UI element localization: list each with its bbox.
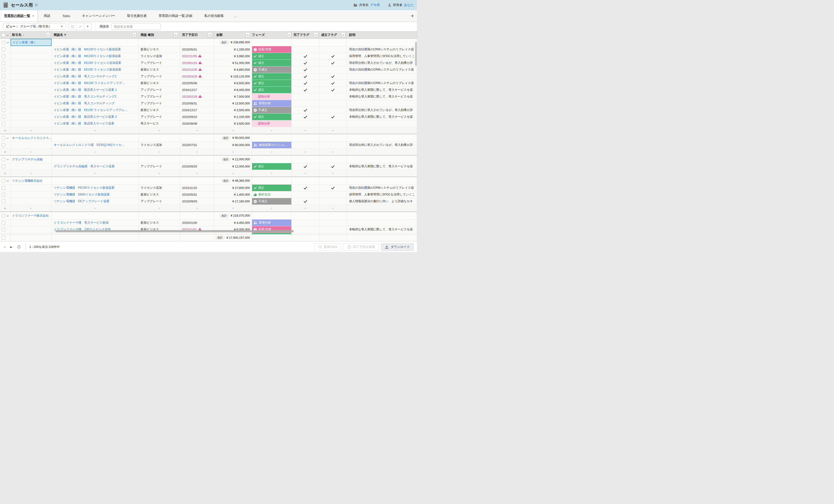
deal-name-link[interactable]: イビン産業（株）様 導入コンサルティング2 xyxy=(54,74,116,79)
account-cell[interactable]: イビン産業（株） xyxy=(10,39,52,46)
add-tab-button[interactable]: + xyxy=(411,10,414,22)
close-date-cell[interactable]: 2023/05/31 xyxy=(180,46,214,53)
grid-cell[interactable] xyxy=(52,134,139,142)
row-checkbox[interactable] xyxy=(2,158,5,161)
add-cell-button[interactable]: + xyxy=(214,127,252,134)
grid-cell[interactable] xyxy=(180,156,214,163)
done-flag-cell[interactable] xyxy=(291,114,319,120)
close-date-cell[interactable]: 2023/07/31 xyxy=(180,142,214,149)
row-checkbox[interactable] xyxy=(2,102,5,105)
grid-cell[interactable] xyxy=(139,134,180,142)
chevron-expand-icon[interactable] xyxy=(6,33,9,37)
done-flag-cell[interactable] xyxy=(291,142,319,149)
deal-name-link[interactable]: イビン産業（株）様 MX230ライセンス新規提案 xyxy=(54,54,121,58)
phase-cell[interactable]: 提案/見積 xyxy=(252,46,291,53)
deal-name-link[interactable]: ドラゴンファーマ様 導入サービス新規 xyxy=(54,221,109,225)
grid-cell[interactable] xyxy=(252,177,291,184)
deal-name-link[interactable]: イビン産業（株）様 EE150 ライセンスアップグレ… xyxy=(54,108,128,112)
amount-cell[interactable]: ¥ 90,000,000 xyxy=(214,142,252,149)
done-flag-cell[interactable] xyxy=(291,163,319,170)
won-flag-cell[interactable] xyxy=(319,184,347,191)
account-cell[interactable]: ツナシン電機株式会社 xyxy=(10,177,52,184)
deal-type-cell[interactable]: 新規ビジネス xyxy=(139,220,180,226)
add-cell-button[interactable]: + xyxy=(291,170,319,176)
description-cell[interactable]: 現在部分的に導入されているが、導入効果が評 xyxy=(347,60,417,66)
phase-cell[interactable]: 要望分析 xyxy=(252,220,291,226)
won-flag-cell[interactable] xyxy=(319,60,347,66)
deal-type-cell[interactable]: アップグレード xyxy=(139,163,180,170)
add-cell-button[interactable]: + xyxy=(319,127,347,134)
add-cell-button[interactable]: + xyxy=(52,170,139,176)
deal-name-cell[interactable]: ツナシン電機様 PE150ライセンス新規提案 xyxy=(52,184,139,191)
deal-type-cell[interactable]: ライセンス追加 xyxy=(139,53,180,60)
account-cell[interactable]: ドラゴンファーマ株式会社 xyxy=(10,212,52,220)
done-flag-cell[interactable] xyxy=(291,191,319,198)
grid-cell[interactable] xyxy=(347,177,417,184)
row-checkbox[interactable] xyxy=(2,108,5,112)
select-all-checkbox[interactable] xyxy=(2,33,5,37)
deal-name-cell[interactable]: イビン産業（株）様 EE150 ライセンスアップグレ… xyxy=(52,107,139,114)
deal-name-cell[interactable]: ツナシン電機様 EE60イセンス新規提案 xyxy=(52,191,139,198)
add-cell-button[interactable]: + xyxy=(139,127,180,134)
phase-cell[interactable]: 要望分析 xyxy=(252,100,291,107)
account-link[interactable]: オーエルエレクトロニクス... xyxy=(12,136,51,140)
amount-cell[interactable]: ¥ 3,990,000 xyxy=(214,53,252,60)
owner-value-link[interactable]: あなた xyxy=(404,3,414,7)
won-flag-cell[interactable] xyxy=(319,198,347,205)
grid-cell[interactable] xyxy=(252,134,291,142)
phase-cell[interactable]: 不成立 xyxy=(252,198,291,205)
confirm-button[interactable] xyxy=(76,23,84,30)
deal-name-cell[interactable]: イビン産業（株）様 MX230ライセンス新規提案 xyxy=(52,53,139,60)
deal-name-link[interactable]: イビン産業（株）様 MX230ライセンス新規提案 xyxy=(54,47,121,51)
grid-cell[interactable] xyxy=(10,80,52,87)
grid-cell[interactable] xyxy=(347,134,417,142)
chevron-right-icon[interactable]: ▶ xyxy=(10,245,12,249)
deal-name-cell[interactable]: イビン産業（株）様 導入コンサルティング xyxy=(52,100,139,107)
won-flag-cell[interactable] xyxy=(319,66,347,73)
grid-cell[interactable] xyxy=(291,156,319,163)
row-checkbox[interactable] xyxy=(2,214,5,218)
close-date-cell[interactable]: 2025/01/30 xyxy=(180,220,214,226)
column-menu-button[interactable]: ▼ xyxy=(341,32,346,38)
phase-cell[interactable]: 認知分析 xyxy=(252,120,291,127)
share-value-link[interactable]: デモ用 xyxy=(370,3,380,7)
add-cell-button[interactable]: + xyxy=(214,149,252,155)
description-cell[interactable]: 現在の自社開発のCRMシステムのリプレイス提 xyxy=(347,184,417,191)
undo-button[interactable] xyxy=(69,23,76,30)
description-cell[interactable]: 現在部分的に導入されているが、導入効果が評 xyxy=(347,107,417,114)
add-cell-button[interactable]: + xyxy=(10,205,52,211)
amount-cell[interactable]: ¥ 8,500,000 xyxy=(214,80,252,87)
add-cell-button[interactable]: + xyxy=(252,149,291,155)
account-link[interactable]: ドラゴンファーマ株式会社 xyxy=(12,214,49,218)
close-date-cell[interactable]: 2023/02/01 xyxy=(180,233,214,234)
chevron-expand-icon[interactable] xyxy=(6,179,9,182)
deal-name-cell[interactable]: イビン産業（株）様 MX230 ライセンスアップグ… xyxy=(52,80,139,87)
add-cell-button[interactable]: + xyxy=(252,205,291,211)
grid-cell[interactable] xyxy=(291,39,319,46)
description-cell[interactable]: 本格的な導入展開に際して、導入サービスを提 xyxy=(347,233,417,234)
grid-cell[interactable] xyxy=(10,120,52,127)
deal-type-cell[interactable]: 新規ビジネス xyxy=(139,107,180,114)
deal-type-cell[interactable]: 新規ビジネス xyxy=(139,191,180,198)
amount-cell[interactable]: ¥ 1,400,000 xyxy=(214,191,252,198)
won-flag-cell[interactable] xyxy=(319,120,347,127)
description-cell[interactable]: 本格的な導入展開に際して、導入サービスを提 xyxy=(347,87,417,93)
grid-cell[interactable] xyxy=(319,156,347,163)
row-checkbox[interactable] xyxy=(2,95,5,98)
description-cell[interactable]: 本格的な導入展開に際して、導入サービスを提 xyxy=(347,226,417,233)
amount-cell[interactable]: ¥ 4,850,000 xyxy=(214,66,252,73)
add-cell-button[interactable]: + xyxy=(180,127,214,134)
description-cell[interactable]: 現在の自社開発のCRMシステムのリプレイス提 xyxy=(347,46,417,53)
description-cell[interactable]: 本格的な導入展開に際して、導入サービスを提 xyxy=(347,93,417,100)
done-flag-cell[interactable] xyxy=(291,66,319,73)
row-checkbox[interactable] xyxy=(2,228,5,231)
row-checkbox[interactable] xyxy=(2,61,5,65)
grid-cell[interactable] xyxy=(10,114,52,120)
done-flag-cell[interactable] xyxy=(291,233,319,234)
more-actions-button[interactable]: ▼ xyxy=(84,23,91,30)
close-date-cell[interactable]: 2023/08/31 xyxy=(180,100,214,107)
amount-cell[interactable]: ¥ 24,140,000 xyxy=(214,233,252,234)
close-date-cell[interactable]: 2023/05/06 xyxy=(180,80,214,87)
deal-name-cell[interactable]: イビン産業（株）様 導入コンサルティング2 xyxy=(52,73,139,80)
search-input[interactable] xyxy=(111,23,161,30)
